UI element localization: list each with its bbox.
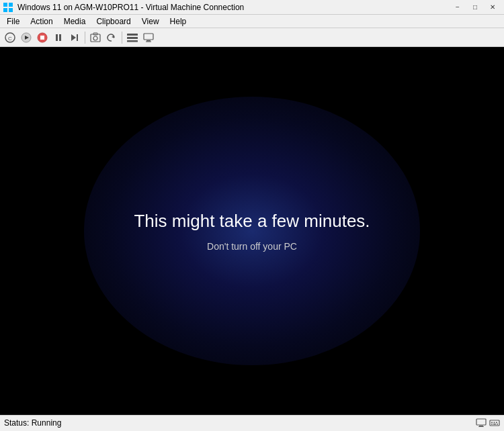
- status-icons: [476, 418, 500, 428]
- svg-rect-3: [9, 8, 13, 12]
- svg-rect-24: [476, 419, 486, 425]
- display-button[interactable]: [141, 30, 156, 45]
- window-controls: − □ ✕: [449, 0, 501, 15]
- svg-marker-17: [112, 36, 114, 38]
- svg-marker-12: [71, 34, 76, 41]
- menu-clipboard[interactable]: Clipboard: [91, 15, 136, 28]
- main-message: This might take a few minutes.: [134, 211, 370, 232]
- svg-rect-28: [491, 422, 493, 423]
- menu-view[interactable]: View: [136, 15, 165, 28]
- svg-point-16: [93, 36, 97, 40]
- title-bar-left: Windows 11 on AGM-W10PRO11 - Virtual Mac…: [3, 2, 244, 13]
- svg-rect-23: [146, 41, 151, 42]
- svg-rect-30: [496, 422, 497, 423]
- toolbar: C: [0, 28, 504, 47]
- revert-button[interactable]: [104, 30, 119, 45]
- menu-help[interactable]: Help: [165, 15, 192, 28]
- svg-rect-29: [494, 422, 495, 423]
- pause-vm-button[interactable]: [51, 30, 66, 45]
- toolbar-separator-2: [122, 32, 122, 44]
- menu-action[interactable]: Action: [25, 15, 58, 28]
- svg-rect-21: [144, 34, 153, 40]
- svg-rect-20: [127, 40, 138, 42]
- svg-rect-11: [59, 34, 61, 41]
- svg-rect-33: [497, 424, 498, 425]
- svg-rect-10: [56, 34, 58, 41]
- vm-message: This might take a few minutes. Don't tur…: [134, 211, 370, 252]
- svg-rect-26: [478, 426, 484, 427]
- menu-file[interactable]: File: [1, 15, 25, 28]
- ctrl-alt-del-button[interactable]: C: [3, 30, 17, 45]
- resume-vm-button[interactable]: [67, 30, 82, 45]
- menu-bar: File Action Media Clipboard View Help: [0, 15, 504, 28]
- screenshot-button[interactable]: [88, 30, 103, 45]
- window-title: Windows 11 on AGM-W10PRO11 - Virtual Mac…: [17, 3, 244, 12]
- stop-vm-button[interactable]: [35, 30, 50, 45]
- vm-screen[interactable]: This might take a few minutes. Don't tur…: [0, 47, 504, 415]
- svg-rect-0: [3, 3, 7, 7]
- svg-rect-1: [9, 3, 13, 7]
- svg-rect-22: [146, 40, 151, 42]
- status-bar: Status: Running: [0, 415, 504, 430]
- toolbar-separator-1: [85, 32, 85, 44]
- app-icon: [3, 2, 13, 13]
- svg-rect-18: [127, 34, 138, 36]
- title-bar: Windows 11 on AGM-W10PRO11 - Virtual Mac…: [0, 0, 504, 15]
- svg-rect-32: [493, 424, 496, 425]
- svg-rect-19: [127, 37, 138, 39]
- status-text: Status: Running: [4, 418, 61, 428]
- start-vm-button[interactable]: [19, 30, 34, 45]
- svg-rect-2: [3, 8, 7, 12]
- sub-message: Don't turn off your PC: [134, 241, 370, 252]
- minimize-button[interactable]: −: [449, 0, 466, 15]
- svg-rect-9: [40, 36, 44, 40]
- svg-rect-31: [491, 424, 493, 425]
- monitor-status-icon: [476, 418, 487, 428]
- close-button[interactable]: ✕: [484, 0, 501, 15]
- svg-rect-13: [77, 34, 78, 41]
- svg-text:C: C: [8, 36, 12, 42]
- settings-button[interactable]: [125, 30, 140, 45]
- menu-media[interactable]: Media: [58, 15, 91, 28]
- keyboard-status-icon: [489, 418, 500, 428]
- maximize-button[interactable]: □: [466, 0, 484, 15]
